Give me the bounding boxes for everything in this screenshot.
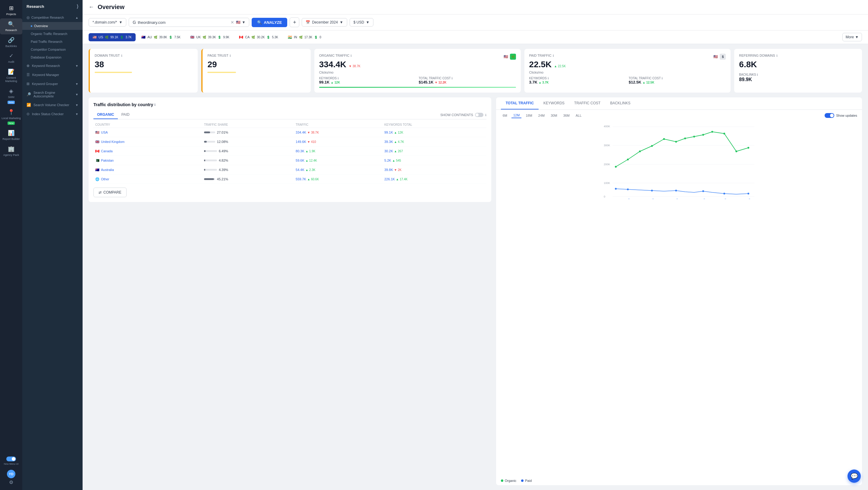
chat-icon: 💬 <box>850 472 858 480</box>
svg-point-17 <box>693 136 695 138</box>
continents-info[interactable]: ℹ <box>485 113 487 117</box>
compare-button[interactable]: ⇄ COMPARE <box>93 188 127 197</box>
nav-keyword-research[interactable]: ⊕ Keyword Research ▼ <box>22 61 83 70</box>
nav-keyword-manager[interactable]: ☰ Keyword Manager <box>22 70 83 79</box>
time-30m[interactable]: 30M <box>549 113 559 118</box>
nav-index[interactable]: ⊙ Index Status Checker ▼ <box>22 110 83 118</box>
user-avatar[interactable]: YD ⚙ <box>3 467 20 488</box>
settings-icon[interactable]: ⚙ <box>9 480 13 485</box>
sidebar-item-audit[interactable]: ✓ Audit <box>0 50 22 66</box>
country-flag: 🌐 <box>95 177 99 181</box>
page-trust-info[interactable]: ℹ <box>230 54 231 57</box>
us-code: US <box>98 35 103 39</box>
in-flag: 🇮🇳 <box>288 35 292 39</box>
country-selector[interactable]: 🇺🇸 ▼ <box>236 20 245 24</box>
country-link[interactable]: 🌐 Other <box>95 177 200 181</box>
traffic-change: ▼ 38.7K <box>307 131 319 134</box>
share-percent: 6.49% <box>219 149 228 153</box>
add-button[interactable]: + <box>290 18 299 27</box>
domain-type-selector[interactable]: *.domain.com/* ▼ <box>89 18 126 27</box>
tab-paid[interactable]: PAID <box>118 111 133 119</box>
paid-sub: Clicks/mo <box>529 70 726 74</box>
currency-selector[interactable]: $ USD ▼ <box>350 18 373 27</box>
chart-tab-backlinks[interactable]: BACKLINKS <box>605 97 635 110</box>
sidebar: ⊞ Projects 🔍 Research 🔗 Backlinks ✓ Audi… <box>0 0 22 490</box>
us-traffic: 99.1K <box>110 36 118 39</box>
domain-input[interactable] <box>138 20 229 25</box>
sidebar-item-backlinks[interactable]: 🔗 Backlinks <box>0 34 22 50</box>
sidebar-item-local[interactable]: 📍 Local Marketing New <box>0 107 22 127</box>
traffic-value: 54.4K <box>296 168 304 172</box>
country-link[interactable]: 🇵🇰 Pakistan <box>95 158 200 163</box>
nav-volume[interactable]: 📶 Search Volume Checker ▼ <box>22 100 83 110</box>
country-link[interactable]: 🇺🇸 USA <box>95 131 200 135</box>
country-tab-us[interactable]: 🇺🇸 US 🌿 99.1K 💲 3.7K <box>89 33 135 41</box>
analyze-button[interactable]: 🔍 ANALYZE <box>252 18 287 27</box>
more-countries-button[interactable]: More ▼ <box>842 33 862 41</box>
country-link[interactable]: 🇬🇧 United Kingdom <box>95 140 200 144</box>
traffic-table: COUNTRY TRAFFIC SHARE TRAFFIC KEYWORDS T… <box>93 122 487 184</box>
country-tab-in[interactable]: 🇮🇳 IN 🌿 17.3K 💲 0 <box>284 33 325 41</box>
nav-keyword-grouper[interactable]: ⊞ Keyword Grouper ▼ <box>22 79 83 88</box>
date-selector[interactable]: 📅 December 2024 ▼ <box>302 18 347 27</box>
nav-item-database[interactable]: Database Expansion <box>22 53 83 61</box>
traffic-change: ▲ 12.4K <box>305 159 317 162</box>
country-tab-ca[interactable]: 🇨🇦 CA 🌿 30.2K 💲 5.3K <box>235 33 282 41</box>
date-value: December 2024 <box>312 20 338 24</box>
time-all[interactable]: ALL <box>574 113 584 118</box>
country-link[interactable]: 🇦🇺 Australia <box>95 168 200 172</box>
sidebar-item-projects[interactable]: ⊞ Projects <box>0 2 22 19</box>
more-label: More <box>846 35 854 39</box>
updates-toggle[interactable] <box>825 113 834 118</box>
domain-trust-info[interactable]: ℹ <box>121 54 122 57</box>
sidebar-item-content[interactable]: 📝 Content Marketing <box>0 66 22 85</box>
time-18m[interactable]: 18M <box>524 113 534 118</box>
back-button[interactable]: ← <box>89 4 94 10</box>
table-row: 🌐 Other 45.21% 559.7K ▲ 60.6K 226.1K ▲ 1… <box>93 175 487 184</box>
chart-time-row: 6M 12M 18M 24M 30M 36M ALL Show updates <box>496 110 862 121</box>
chat-button[interactable]: 💬 <box>847 469 861 483</box>
backlinks-info[interactable]: ℹ <box>757 73 758 76</box>
svg-point-23 <box>615 188 617 190</box>
traffic-info[interactable]: ℹ <box>154 103 156 107</box>
time-36m[interactable]: 36M <box>561 113 571 118</box>
chart-tab-traffic[interactable]: TOTAL TRAFFIC <box>501 97 538 110</box>
time-12m[interactable]: 12M <box>512 113 521 118</box>
svg-point-15 <box>675 141 677 143</box>
clear-button[interactable]: ✕ <box>230 20 234 25</box>
nav-item-organic[interactable]: Organic Traffic Research <box>22 30 83 38</box>
chart-tab-cost[interactable]: TRAFFIC COST <box>569 97 605 110</box>
ca-flag: 🇨🇦 <box>239 35 243 39</box>
organic-info[interactable]: ℹ <box>350 54 352 57</box>
domain-trust-card: DOMAIN TRUST ℹ 38 <box>89 49 198 93</box>
referring-info[interactable]: ℹ <box>776 54 778 57</box>
country-link[interactable]: 🇨🇦 Canada <box>95 149 200 153</box>
continents-switch[interactable] <box>475 113 484 117</box>
sidebar-item-report[interactable]: 📊 Report Builder <box>0 127 22 143</box>
sidebar-item-smm[interactable]: ◈ SMM Beta <box>0 85 22 107</box>
traffic-bar <box>204 160 217 161</box>
collapse-button[interactable]: ⟩ <box>76 4 79 9</box>
time-6m[interactable]: 6M <box>501 113 509 118</box>
organic-change: ▼ 38.7K <box>349 64 361 68</box>
country-tab-uk[interactable]: 🇬🇧 UK 🌿 39.3K 💲 9.9K <box>186 33 233 41</box>
time-24m[interactable]: 24M <box>536 113 547 118</box>
tab-organic[interactable]: ORGANIC <box>93 111 118 119</box>
chart-tab-keywords[interactable]: KEYWORDS <box>538 97 569 110</box>
sidebar-item-research[interactable]: 🔍 Research <box>0 19 22 34</box>
sidebar-item-agency[interactable]: 🏢 Agency Pack <box>0 143 22 159</box>
panel-title: Research <box>27 4 44 9</box>
traffic-change: ▲ 60.6K <box>307 178 319 181</box>
new-menu-toggle[interactable]: New Menu UI <box>3 455 20 467</box>
paid-kw-value: 3.7K <box>529 80 537 84</box>
au-leaf: 🌿 <box>154 36 157 39</box>
competitive-research-header[interactable]: ◎ Competitive Research ▲ <box>22 13 83 22</box>
nav-item-competitor[interactable]: Competitor Comparison <box>22 46 83 53</box>
country-tab-au[interactable]: 🇦🇺 AU 🌿 39.8K 💲 7.5K <box>137 33 184 41</box>
kw-value: 5.2K <box>384 158 391 162</box>
nav-item-paid[interactable]: Paid Traffic Research <box>22 38 83 46</box>
nav-autocomplete[interactable]: 🔎 Search Engine Autocomplete ▼ <box>22 88 83 100</box>
nav-item-overview[interactable]: Overview <box>22 22 83 30</box>
paid-info[interactable]: ℹ <box>553 54 554 57</box>
toggle-switch[interactable] <box>6 457 16 461</box>
